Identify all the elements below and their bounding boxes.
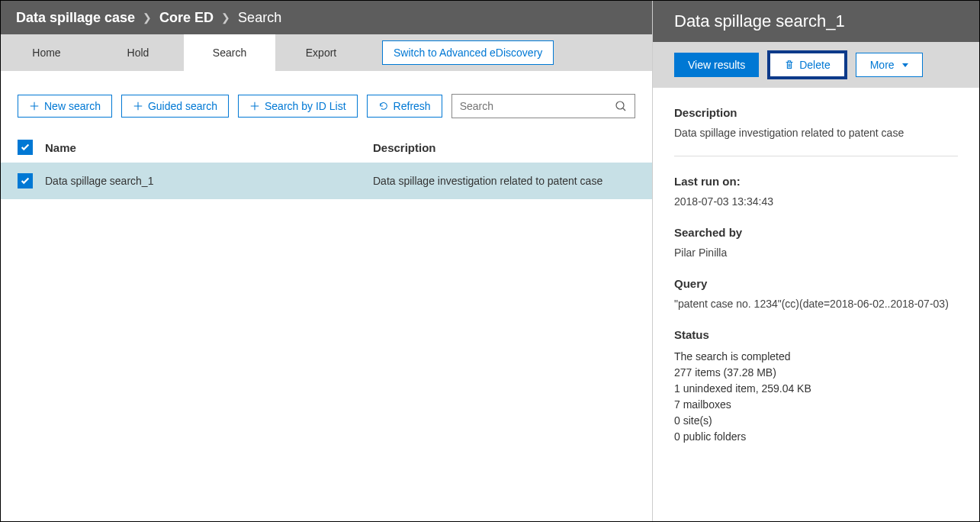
- status-line: 277 items (37.28 MB): [674, 365, 958, 381]
- row-description: Data spillage investigation related to p…: [373, 175, 635, 187]
- search-by-id-button[interactable]: Search by ID List: [238, 95, 358, 118]
- status-line: 7 mailboxes: [674, 397, 958, 413]
- plus-icon: [29, 101, 40, 111]
- details-actions: View results Delete More: [653, 42, 979, 88]
- search-input[interactable]: [460, 100, 615, 112]
- new-search-button[interactable]: New search: [18, 95, 112, 118]
- breadcrumb-item-case[interactable]: Data spillage case: [16, 10, 135, 26]
- switch-advanced-button[interactable]: Switch to Advanced eDiscovery: [382, 40, 554, 65]
- chevron-right-icon: ❯: [143, 11, 152, 24]
- tab-search[interactable]: Search: [184, 34, 275, 71]
- breadcrumb: Data spillage case ❯ Core ED ❯ Search: [1, 1, 652, 34]
- breadcrumb-item-search: Search: [238, 10, 281, 26]
- chevron-down-icon: [902, 63, 908, 67]
- search-box[interactable]: [451, 94, 635, 118]
- column-name[interactable]: Name: [45, 141, 373, 154]
- searched-by-label: Searched by: [674, 226, 958, 239]
- breadcrumb-item-core[interactable]: Core ED: [159, 10, 214, 26]
- select-all-checkbox[interactable]: [18, 140, 33, 155]
- query-value: "patent case no. 1234"(cc)(date=2018-06-…: [674, 298, 958, 310]
- divider: [674, 156, 958, 156]
- status-line: 1 unindexed item, 259.04 KB: [674, 381, 958, 397]
- refresh-button[interactable]: Refresh: [367, 95, 442, 118]
- toolbar: New search Guided search Search by ID Li…: [1, 71, 652, 132]
- status-lines: The search is completed 277 items (37.28…: [674, 349, 958, 445]
- details-body: Description Data spillage investigation …: [653, 88, 979, 463]
- view-results-button[interactable]: View results: [674, 53, 759, 77]
- new-search-label: New search: [44, 100, 101, 112]
- plus-icon: [249, 101, 260, 111]
- searched-by-value: Pilar Pinilla: [674, 246, 958, 259]
- delete-button[interactable]: Delete: [770, 53, 844, 77]
- description-label: Description: [674, 106, 958, 119]
- guided-search-label: Guided search: [148, 100, 217, 112]
- svg-point-0: [616, 102, 624, 109]
- status-label: Status: [674, 328, 958, 341]
- more-label: More: [870, 59, 895, 71]
- chevron-right-icon: ❯: [221, 11, 230, 24]
- description-value: Data spillage investigation related to p…: [674, 127, 958, 139]
- delete-label: Delete: [799, 59, 830, 71]
- last-run-value: 2018-07-03 13:34:43: [674, 195, 958, 208]
- table-header: Name Description: [1, 132, 652, 163]
- left-pane: Data spillage case ❯ Core ED ❯ Search Ho…: [1, 1, 653, 521]
- refresh-icon: [378, 101, 389, 111]
- tab-export[interactable]: Export: [275, 34, 367, 71]
- query-label: Query: [674, 277, 958, 290]
- row-checkbox[interactable]: [18, 173, 33, 188]
- guided-search-button[interactable]: Guided search: [121, 95, 229, 118]
- tab-home[interactable]: Home: [1, 34, 92, 71]
- status-line: The search is completed: [674, 349, 958, 365]
- plus-icon: [133, 101, 143, 111]
- trash-icon: [784, 60, 795, 70]
- details-pane: Data spillage search_1 View results Dele…: [653, 1, 979, 521]
- check-icon: [20, 176, 31, 186]
- column-description[interactable]: Description: [373, 141, 635, 154]
- status-line: 0 site(s): [674, 413, 958, 429]
- check-icon: [20, 142, 31, 153]
- tab-bar: Home Hold Search Export Switch to Advanc…: [1, 34, 652, 71]
- details-title: Data spillage search_1: [653, 1, 979, 42]
- search-icon: [615, 100, 627, 112]
- refresh-label: Refresh: [394, 100, 431, 112]
- last-run-label: Last run on:: [674, 175, 958, 188]
- more-button[interactable]: More: [856, 53, 923, 77]
- search-by-id-label: Search by ID List: [265, 100, 346, 112]
- row-name: Data spillage search_1: [45, 175, 373, 187]
- tab-hold[interactable]: Hold: [92, 34, 184, 71]
- status-line: 0 public folders: [674, 429, 958, 445]
- table-row[interactable]: Data spillage search_1 Data spillage inv…: [1, 163, 652, 199]
